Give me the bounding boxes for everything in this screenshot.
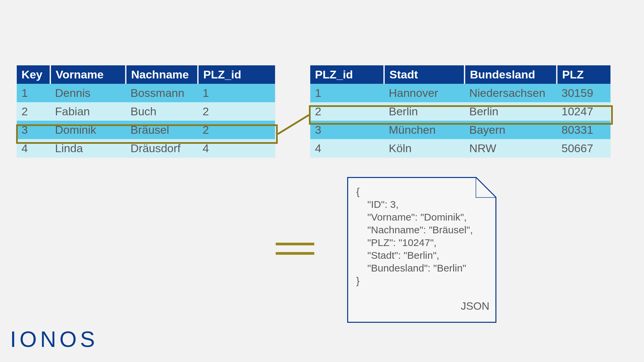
cell: Berlin xyxy=(465,102,557,121)
cell: Fabian xyxy=(50,102,126,121)
ionos-logo: IONOS xyxy=(10,326,98,352)
persons-table: Key Vorname Nachname PLZ_id 1 Dennis Bos… xyxy=(17,65,275,158)
table-row: 2 Berlin Berlin 10247 xyxy=(310,102,610,121)
cell: 3 xyxy=(17,121,50,139)
cell: 30159 xyxy=(557,84,610,102)
table-row: 4 Linda Dräusdorf 4 xyxy=(17,139,275,158)
cell: Buch xyxy=(126,102,198,121)
relation-connector-line xyxy=(0,0,644,362)
cell: 1 xyxy=(198,84,275,102)
persons-header-plzid: PLZ_id xyxy=(198,65,275,84)
table-row: 1 Dennis Bossmann 1 xyxy=(17,84,275,102)
cell: Bossmann xyxy=(126,84,198,102)
cell: Dennis xyxy=(50,84,126,102)
cities-header-plzid: PLZ_id xyxy=(310,65,384,84)
cell: Dominik xyxy=(50,121,126,139)
cell: 50667 xyxy=(557,139,610,158)
cities-table: PLZ_id Stadt Bundesland PLZ 1 Hannover N… xyxy=(310,65,610,158)
json-format-label: JSON xyxy=(461,300,489,312)
cell: Hannover xyxy=(384,84,465,102)
cell: 2 xyxy=(310,102,384,121)
table-row: 2 Fabian Buch 2 xyxy=(17,102,275,121)
persons-header-nachname: Nachname xyxy=(126,65,198,84)
cell: Linda xyxy=(50,139,126,158)
cell: Dräusdorf xyxy=(126,139,198,158)
cell: 2 xyxy=(198,102,275,121)
cell: 3 xyxy=(310,121,384,139)
table-row: 3 München Bayern 80331 xyxy=(310,121,610,139)
cell: 2 xyxy=(198,121,275,139)
table-row: 3 Dominik Bräusel 2 xyxy=(17,121,275,139)
cell: 1 xyxy=(310,84,384,102)
cell: Niedersachsen xyxy=(465,84,557,102)
table-row: 4 Köln NRW 50667 xyxy=(310,139,610,158)
cell: Berlin xyxy=(384,102,465,121)
persons-header-row: Key Vorname Nachname PLZ_id xyxy=(17,65,275,84)
cell: München xyxy=(384,121,465,139)
cell: Bayern xyxy=(465,121,557,139)
cell: 4 xyxy=(310,139,384,158)
cell: 4 xyxy=(198,139,275,158)
page-fold-icon xyxy=(476,177,496,198)
cell: NRW xyxy=(465,139,557,158)
cell: 4 xyxy=(17,139,50,158)
cities-header-stadt: Stadt xyxy=(384,65,465,84)
cell: 10247 xyxy=(557,102,610,121)
cities-header-row: PLZ_id Stadt Bundesland PLZ xyxy=(310,65,610,84)
cell: 1 xyxy=(17,84,50,102)
persons-header-key: Key xyxy=(17,65,50,84)
cell: Bräusel xyxy=(126,121,198,139)
json-document-card: { "ID": 3, "Vorname": "Dominik", "Nachna… xyxy=(347,177,496,323)
cell: Köln xyxy=(384,139,465,158)
cities-header-plz: PLZ xyxy=(557,65,610,84)
cell: 80331 xyxy=(557,121,610,139)
cities-header-bundesland: Bundesland xyxy=(465,65,557,84)
equals-icon xyxy=(276,243,314,261)
table-row: 1 Hannover Niedersachsen 30159 xyxy=(310,84,610,102)
persons-header-vorname: Vorname xyxy=(50,65,126,84)
svg-line-0 xyxy=(278,115,309,134)
cell: 2 xyxy=(17,102,50,121)
json-content: { "ID": 3, "Vorname": "Dominik", "Nachna… xyxy=(348,178,495,287)
